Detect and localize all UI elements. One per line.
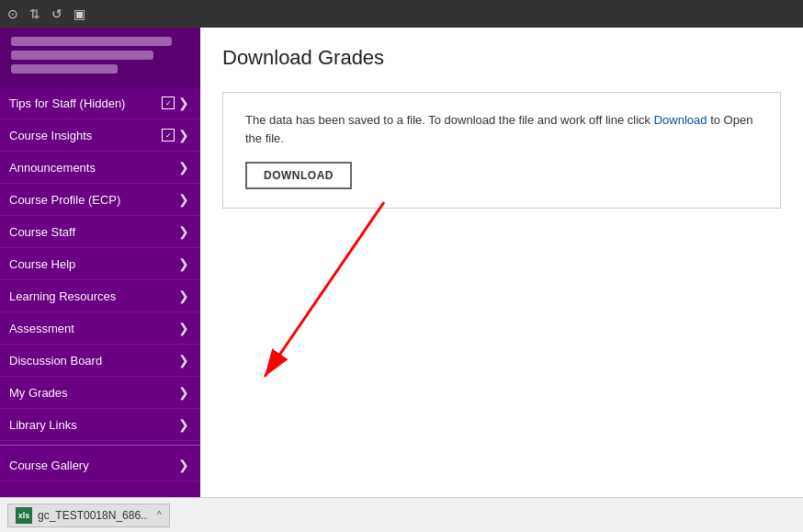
bottom-bar: xls gc_TEST0018N_686....c... ^ bbox=[0, 497, 803, 532]
sidebar-item-course-gallery[interactable]: Course Gallery ❯ bbox=[0, 449, 200, 481]
file-expand-icon[interactable]: ^ bbox=[157, 510, 162, 520]
chevron-icon: ❯ bbox=[178, 224, 189, 239]
external-link-icon: ✓ bbox=[162, 129, 175, 141]
sidebar: Tips for Staff (Hidden) ✓ ❯ Course Insig… bbox=[0, 28, 200, 497]
sidebar-user-block bbox=[0, 28, 200, 87]
red-arrow bbox=[237, 193, 421, 398]
chevron-icon: ❯ bbox=[178, 458, 189, 472]
refresh-icon[interactable]: ↺ bbox=[51, 6, 62, 21]
user-line-1 bbox=[11, 37, 172, 46]
sort-icon[interactable]: ⇅ bbox=[29, 6, 40, 21]
sidebar-item-announcements[interactable]: Announcements ❯ bbox=[0, 152, 200, 184]
home-icon[interactable]: ⊙ bbox=[7, 6, 18, 21]
external-link-icon: ✓ bbox=[162, 96, 175, 109]
sidebar-item-learning-resources[interactable]: Learning Resources ❯ bbox=[0, 280, 200, 312]
chevron-icon: ❯ bbox=[178, 128, 189, 142]
content-box: The data has been saved to a file. To do… bbox=[222, 92, 781, 209]
sidebar-divider bbox=[0, 445, 200, 446]
sidebar-item-tips[interactable]: Tips for Staff (Hidden) ✓ ❯ bbox=[0, 87, 200, 119]
content-area: Download Grades The data has been saved … bbox=[200, 28, 803, 497]
user-line-3 bbox=[11, 64, 118, 74]
chevron-icon: ❯ bbox=[178, 417, 189, 432]
window-icon[interactable]: ▣ bbox=[74, 6, 85, 21]
download-button[interactable]: DOWNLOAD bbox=[245, 162, 352, 189]
info-text: The data has been saved to a file. To do… bbox=[245, 111, 758, 147]
download-link[interactable]: Download bbox=[654, 113, 707, 127]
chevron-icon: ❯ bbox=[178, 353, 189, 368]
chevron-icon: ❯ bbox=[178, 289, 189, 303]
chevron-icon: ❯ bbox=[178, 321, 189, 335]
sidebar-item-discussion-board[interactable]: Discussion Board ❯ bbox=[0, 345, 200, 377]
chevron-icon: ❯ bbox=[178, 192, 189, 207]
chevron-icon: ❯ bbox=[178, 96, 189, 110]
chevron-icon: ❯ bbox=[178, 256, 189, 271]
sidebar-item-assessment[interactable]: Assessment ❯ bbox=[0, 312, 200, 345]
top-bar: ⊙ ⇅ ↺ ▣ bbox=[0, 0, 803, 28]
sidebar-item-my-grades[interactable]: My Grades ❯ bbox=[0, 377, 200, 409]
file-name: gc_TEST0018N_686....c... bbox=[38, 509, 148, 522]
info-text-before: The data has been saved to a file. To do… bbox=[245, 113, 654, 127]
main-layout: Tips for Staff (Hidden) ✓ ❯ Course Insig… bbox=[0, 28, 803, 497]
chevron-icon: ❯ bbox=[178, 385, 189, 400]
page-title: Download Grades bbox=[222, 46, 781, 70]
sidebar-item-course-profile[interactable]: Course Profile (ECP) ❯ bbox=[0, 184, 200, 216]
chevron-icon: ❯ bbox=[178, 160, 189, 175]
excel-file-icon: xls bbox=[16, 507, 32, 524]
sidebar-item-course-help[interactable]: Course Help ❯ bbox=[0, 248, 200, 280]
sidebar-item-course-staff[interactable]: Course Staff ❯ bbox=[0, 216, 200, 248]
sidebar-item-insights[interactable]: Course Insights ✓ ❯ bbox=[0, 119, 200, 152]
sidebar-item-library-links[interactable]: Library Links ❯ bbox=[0, 409, 200, 441]
user-line-2 bbox=[11, 51, 153, 60]
svg-line-1 bbox=[265, 202, 384, 377]
downloaded-file-item[interactable]: xls gc_TEST0018N_686....c... ^ bbox=[7, 504, 170, 527]
